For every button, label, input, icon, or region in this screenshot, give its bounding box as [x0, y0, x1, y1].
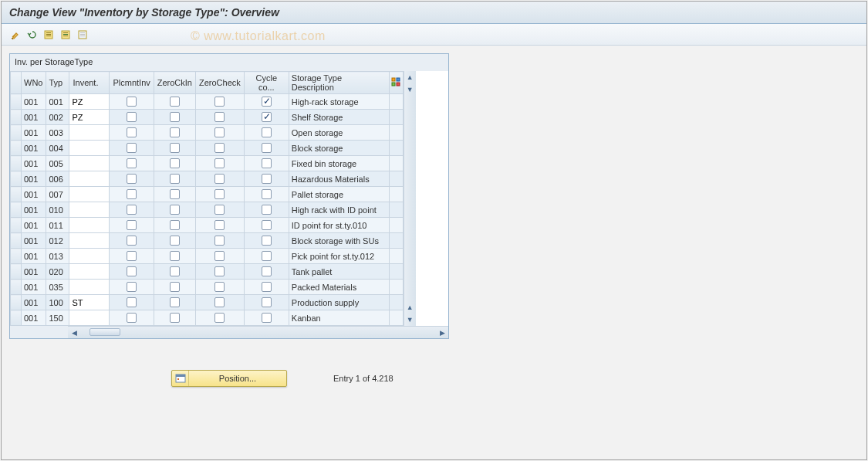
cell-zerocheck[interactable] [196, 310, 245, 326]
cell-cycle[interactable] [244, 94, 289, 110]
checkbox-plcmntinv[interactable] [127, 97, 137, 107]
cell-cycle[interactable] [244, 202, 289, 218]
checkbox-cycle[interactable] [262, 266, 272, 276]
row-selector[interactable] [11, 295, 22, 310]
toggle-display-change-button[interactable] [8, 28, 22, 42]
cell-cycle[interactable] [244, 171, 289, 187]
cell-zerocheck[interactable] [196, 218, 245, 233]
checkbox-plcmntinv[interactable] [127, 266, 137, 276]
cell-zerocheck[interactable] [196, 141, 245, 156]
checkbox-cycle[interactable] [262, 174, 272, 184]
checkbox-zerocheck[interactable] [214, 220, 225, 230]
row-selector[interactable] [11, 233, 22, 249]
select-block-button[interactable] [59, 28, 73, 42]
scroll-up-step-arrow[interactable]: ▲ [404, 301, 416, 314]
cell-cycle[interactable] [244, 280, 289, 295]
row-selector[interactable] [11, 171, 22, 187]
cell-cycle[interactable] [244, 218, 289, 233]
cell-plcmntinv[interactable] [110, 202, 154, 218]
row-selector[interactable] [11, 141, 22, 156]
checkbox-zerocheck[interactable] [214, 112, 225, 122]
checkbox-plcmntinv[interactable] [127, 112, 137, 122]
scroll-down-step-arrow[interactable]: ▼ [404, 83, 416, 96]
cell-zerocheck[interactable] [196, 202, 245, 218]
checkbox-zerockin[interactable] [170, 205, 180, 215]
cell-plcmntinv[interactable] [110, 295, 154, 310]
cell-zerocheck[interactable] [196, 125, 245, 141]
cell-invent[interactable] [69, 125, 110, 141]
col-typ[interactable]: Typ [46, 72, 69, 94]
hscroll-thumb[interactable] [90, 328, 120, 336]
checkbox-zerockin[interactable] [170, 282, 180, 292]
cell-cycle[interactable] [244, 110, 289, 125]
checkbox-zerockin[interactable] [170, 143, 180, 153]
horizontal-scrollbar[interactable]: ◀ ▶ [68, 326, 448, 338]
row-selector[interactable] [11, 202, 22, 218]
cell-zerockin[interactable] [154, 171, 195, 187]
checkbox-cycle[interactable] [262, 205, 272, 215]
checkbox-zerockin[interactable] [170, 297, 180, 307]
checkbox-plcmntinv[interactable] [127, 174, 137, 184]
checkbox-zerockin[interactable] [170, 127, 180, 137]
cell-zerockin[interactable] [154, 94, 195, 110]
cell-invent[interactable]: PZ [69, 110, 110, 125]
cell-invent[interactable] [69, 171, 110, 187]
checkbox-cycle[interactable] [262, 236, 272, 246]
checkbox-plcmntinv[interactable] [127, 158, 137, 168]
cell-zerockin[interactable] [154, 280, 195, 295]
checkbox-zerockin[interactable] [170, 97, 180, 107]
row-selector[interactable] [11, 310, 22, 326]
cell-zerockin[interactable] [154, 110, 195, 125]
cell-invent[interactable]: ST [69, 295, 110, 310]
cell-zerockin[interactable] [154, 249, 195, 264]
cell-invent[interactable] [69, 141, 110, 156]
cell-zerockin[interactable] [154, 125, 195, 141]
checkbox-zerocheck[interactable] [214, 236, 225, 246]
checkbox-zerockin[interactable] [170, 251, 180, 261]
cell-plcmntinv[interactable] [110, 264, 154, 280]
row-selector[interactable] [11, 187, 22, 202]
col-plcmntinv[interactable]: PlcmntInv [110, 72, 154, 94]
cell-zerocheck[interactable] [196, 156, 245, 171]
checkbox-plcmntinv[interactable] [127, 251, 137, 261]
cell-plcmntinv[interactable] [110, 310, 154, 326]
cell-plcmntinv[interactable] [110, 249, 154, 264]
cell-zerockin[interactable] [154, 156, 195, 171]
checkbox-zerocheck[interactable] [214, 174, 225, 184]
cell-zerocheck[interactable] [196, 295, 245, 310]
checkbox-cycle[interactable] [262, 220, 272, 230]
checkbox-plcmntinv[interactable] [127, 236, 137, 246]
cell-invent[interactable] [69, 156, 110, 171]
cell-invent[interactable] [69, 218, 110, 233]
cell-zerocheck[interactable] [196, 280, 245, 295]
row-selector[interactable] [11, 94, 22, 110]
cell-zerockin[interactable] [154, 202, 195, 218]
col-desc[interactable]: Storage Type Description [289, 72, 389, 94]
checkbox-cycle[interactable] [262, 127, 272, 137]
col-cycle[interactable]: Cycle co... [244, 72, 289, 94]
deselect-all-button[interactable] [76, 28, 90, 42]
checkbox-cycle[interactable] [262, 251, 272, 261]
cell-invent[interactable] [69, 187, 110, 202]
scroll-left-arrow[interactable]: ◀ [68, 327, 80, 338]
checkbox-zerocheck[interactable] [214, 251, 225, 261]
row-selector[interactable] [11, 264, 22, 280]
cell-plcmntinv[interactable] [110, 187, 154, 202]
checkbox-zerocheck[interactable] [214, 297, 225, 307]
row-selector[interactable] [11, 110, 22, 125]
scroll-down-arrow[interactable]: ▼ [404, 314, 416, 326]
cell-cycle[interactable] [244, 187, 289, 202]
row-selector[interactable] [11, 280, 22, 295]
cell-zerocheck[interactable] [196, 110, 245, 125]
cell-zerocheck[interactable] [196, 249, 245, 264]
cell-invent[interactable] [69, 264, 110, 280]
position-button[interactable]: Position... [171, 370, 287, 387]
checkbox-zerocheck[interactable] [214, 282, 225, 292]
row-selector[interactable] [11, 249, 22, 264]
col-invent[interactable]: Invent. [69, 72, 110, 94]
checkbox-cycle[interactable] [262, 297, 272, 307]
checkbox-cycle[interactable] [262, 97, 272, 107]
cell-cycle[interactable] [244, 310, 289, 326]
checkbox-zerocheck[interactable] [214, 143, 225, 153]
cell-invent[interactable] [69, 233, 110, 249]
